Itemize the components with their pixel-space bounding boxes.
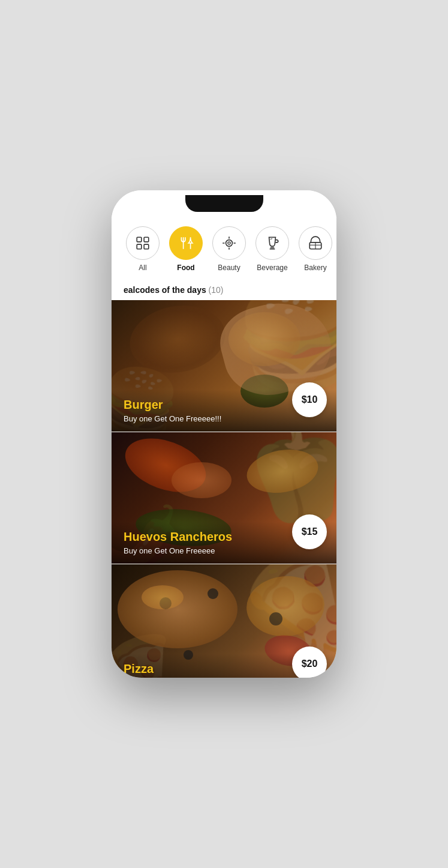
category-item-bakery[interactable]: Bakery [294,226,336,272]
grid-icon [135,235,151,251]
burger-title: Burger [124,398,294,412]
huevos1-subtitle: Buy one Get One Freeeee [124,546,294,555]
category-item-beverage[interactable]: Beverage [251,226,294,272]
huevos1-price: $15 [292,514,327,549]
huevos1-title: Huevos Rancheros [124,530,294,544]
deal-card-pizza[interactable]: 🍕 🍕 Pizza Buy 2 Pizzas at 50% off $20 [112,564,336,678]
category-label-all: All [139,264,146,272]
category-item-all[interactable]: All [121,226,164,272]
status-bar [112,190,336,217]
category-icon-beauty [212,226,246,260]
notch [185,195,263,212]
deal-card-huevos1[interactable]: 🫑 🌶️ Huevos Rancheros Buy one Get One Fr… [112,432,336,564]
content-area: All Food [112,217,336,678]
dealcodes-count: (10) [209,285,224,295]
svg-point-7 [228,242,230,244]
category-item-food[interactable]: Food [164,226,208,272]
category-icon-all [126,226,160,260]
svg-rect-3 [144,244,149,249]
category-label-beauty: Beauty [218,264,240,272]
svg-point-6 [226,240,233,247]
categories-section: All Food [112,217,336,279]
category-icon-bakery [299,226,332,260]
category-item-beauty[interactable]: Beauty [208,226,251,272]
svg-rect-1 [144,237,149,242]
svg-rect-0 [137,237,142,242]
deal-card-burger[interactable]: 🍔 🍔 Burger Buy one Get One Freeeee!!! $1… [112,300,336,432]
category-icon-food [169,226,203,260]
beauty-icon [221,235,237,251]
bakery-icon [308,235,323,251]
beverage-icon [264,235,280,251]
categories-scroll: All Food [112,226,336,272]
pizza-title: Pizza [124,662,294,676]
pizza-price: $20 [292,646,327,678]
category-label-beverage: Beverage [257,264,287,272]
dealcodes-title: ealcodes of the days [124,285,206,295]
dealcodes-header: ealcodes of the days (10) [112,279,336,300]
phone-frame: All Food [112,190,336,678]
category-icon-beverage [255,226,289,260]
category-label-bakery: Bakery [304,264,326,272]
burger-price: $10 [292,382,327,417]
svg-rect-2 [137,244,142,249]
burger-subtitle: Buy one Get One Freeeee!!! [124,414,294,423]
food-icon [178,235,194,251]
category-label-food: Food [177,264,194,272]
